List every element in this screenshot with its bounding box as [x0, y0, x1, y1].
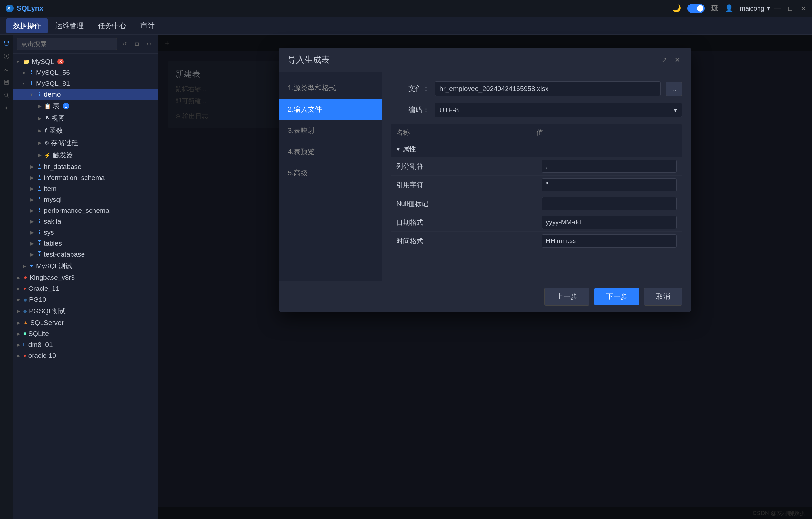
props-cell-date-name: 日期格式 — [391, 214, 536, 231]
collapse-button[interactable]: ⊟ — [132, 39, 141, 49]
sidebar-icon-save[interactable] — [1, 77, 12, 88]
sidebar-icon-query[interactable] — [1, 64, 12, 75]
sidebar-icons — [0, 35, 13, 519]
tree-item-dm8[interactable]: ▶ □ dm8_01 — [13, 339, 157, 350]
tree-item-oracle19[interactable]: ▶ ● oracle 19 — [13, 350, 157, 361]
maximize-button[interactable]: □ — [787, 5, 794, 12]
tree-item-sys[interactable]: ▶ 🗄 sys — [13, 227, 157, 238]
props-row-delimiter: 列分割符 — [391, 157, 682, 176]
menu-audit[interactable]: 审计 — [134, 18, 161, 33]
content-area: + 新建表 鼠标右键... 即可新建... ⊙ 输出日志 导入生成表 ⤢ ✕ — [158, 35, 812, 519]
null-marker-input[interactable] — [542, 197, 677, 210]
minimize-button[interactable]: — — [774, 5, 781, 12]
tree-item-pgsql-test[interactable]: ▶ ◆ PGSQL测试 — [13, 305, 157, 317]
moon-icon[interactable]: 🌙 — [672, 4, 681, 12]
tree-item-sqlserver[interactable]: ▶ ▲ SQLServer — [13, 317, 157, 328]
modal-close-button[interactable]: ✕ — [672, 55, 682, 65]
time-format-input[interactable] — [542, 234, 677, 248]
sidebar-icon-search[interactable] — [1, 90, 12, 101]
app-logo: S SQLynx — [5, 4, 43, 13]
props-cell-time-name: 时间格式 — [391, 233, 536, 249]
date-format-input[interactable] — [542, 216, 677, 229]
col-value-header: 值 — [536, 128, 677, 137]
search-input[interactable] — [17, 38, 117, 50]
tree-item-functions-folder[interactable]: ▶ ƒ 函数 — [13, 125, 157, 137]
prev-step-button[interactable]: 上一步 — [544, 288, 589, 306]
menubar: 数据操作 运维管理 任务中心 审计 — [0, 17, 812, 35]
sidebar-icon-database[interactable] — [1, 38, 12, 49]
file-browse-button[interactable]: ... — [666, 82, 682, 96]
user-icon[interactable]: 👤 — [725, 4, 733, 12]
tree-item-mysql[interactable]: ▾ 📁 MySQL 3 — [13, 56, 157, 67]
tree-item-pg10[interactable]: ▶ ◆ PG10 — [13, 294, 157, 305]
next-step-button[interactable]: 下一步 — [594, 288, 639, 305]
close-button[interactable]: ✕ — [800, 5, 807, 12]
menu-task-center[interactable]: 任务中心 — [91, 18, 133, 33]
props-cell-null-value — [536, 194, 682, 213]
tree-item-test-database[interactable]: ▶ 🗄 test-database — [13, 249, 157, 260]
props-row-quote: 引用字符 — [391, 176, 682, 194]
tree-item-procedures-folder[interactable]: ▶ ⚙ 存储过程 — [13, 137, 157, 149]
properties-table: 名称 值 ▾ 属性 列分割符 — [391, 124, 682, 250]
user-menu[interactable]: maicong ▾ — [740, 4, 770, 12]
modal-footer: 上一步 下一步 取消 — [279, 281, 691, 312]
settings-button[interactable]: ⚙ — [144, 39, 154, 49]
props-row-time: 时间格式 — [391, 232, 682, 250]
refresh-button[interactable]: ↺ — [120, 39, 129, 49]
tree-item-kingbase[interactable]: ▶ ★ Kingbase_v8r3 — [13, 272, 157, 283]
props-row-date: 日期格式 — [391, 213, 682, 232]
delimiter-input[interactable] — [542, 160, 677, 173]
tree-item-mysql81[interactable]: ▾ 🗄 MySQL_81 — [13, 78, 157, 89]
modal-header: 导入生成表 ⤢ ✕ — [279, 48, 691, 72]
tree-item-mysql-test[interactable]: ▶ 🗄 MySQL测试 — [13, 260, 157, 272]
step-2[interactable]: 2.输入文件 — [279, 99, 381, 120]
tree-item-tables-folder[interactable]: ▶ 📋 表 1 — [13, 100, 157, 112]
tree-item-hr-database[interactable]: ▶ 🗄 hr_database — [13, 161, 157, 172]
tree-item-sqlite[interactable]: ▶ ■ SQLite — [13, 328, 157, 339]
sidebar-icon-history[interactable] — [1, 51, 12, 62]
tree-item-performance-schema[interactable]: ▶ 🗄 performance_schema — [13, 205, 157, 216]
tree-item-oracle11[interactable]: ▶ ● Oracle_11 — [13, 283, 157, 294]
encoding-select[interactable]: UTF-8 ▾ — [435, 103, 682, 117]
step-1[interactable]: 1.源类型和格式 — [279, 77, 381, 99]
window-controls: — □ ✕ — [774, 5, 807, 12]
tree-item-mysql56[interactable]: ▶ 🗄 MySQL_56 — [13, 67, 157, 78]
props-cell-quote-name: 引用字符 — [391, 176, 536, 193]
logo-icon: S — [5, 4, 14, 13]
menu-data-operations[interactable]: 数据操作 — [6, 18, 48, 33]
steps-panel: 1.源类型和格式 2.输入文件 3.表映射 4.表预览 5.高级 — [279, 72, 382, 281]
form-panel: 文件： hr_employee_20240424165958.xlsx ... … — [382, 72, 691, 281]
encoding-dropdown-arrow: ▾ — [674, 106, 677, 114]
file-label: 文件： — [391, 84, 430, 93]
tree-content: ▾ 📁 MySQL 3 ▶ 🗄 MySQL_56 ▾ 🗄 MySQL_81 ▾ … — [13, 54, 157, 519]
image-icon[interactable]: 🖼 — [711, 4, 718, 12]
step-4[interactable]: 4.表预览 — [279, 141, 381, 162]
tree-item-triggers-folder[interactable]: ▶ ⚡ 触发器 — [13, 149, 157, 161]
menu-ops-management[interactable]: 运维管理 — [49, 18, 90, 33]
header-controls: 🌙 🖼 👤 maicong ▾ — [672, 4, 770, 13]
tree-item-demo[interactable]: ▾ 🗄 demo — [13, 89, 157, 100]
tree-item-information-schema[interactable]: ▶ 🗄 information_schema — [13, 172, 157, 183]
tree-panel: ↺ ⊟ ⚙ ▾ 📁 MySQL 3 ▶ 🗄 MySQL_56 ▾ 🗄 MySQ — [13, 35, 158, 519]
props-section-attributes: ▾ 属性 — [391, 141, 682, 157]
quote-input[interactable] — [542, 178, 677, 191]
tree-item-mysql-db[interactable]: ▶ 🗄 mysql — [13, 194, 157, 205]
file-row: 文件： hr_employee_20240424165958.xlsx ... — [391, 81, 682, 96]
step-5[interactable]: 5.高级 — [279, 162, 381, 184]
svg-line-9 — [7, 96, 9, 97]
encoding-value: UTF-8 — [439, 106, 459, 114]
file-input[interactable]: hr_employee_20240424165958.xlsx — [435, 81, 661, 96]
modal-overlay: 导入生成表 ⤢ ✕ 1.源类型和格式 2.输入文件 3.表映射 4.表预览 5.… — [158, 35, 812, 519]
svg-rect-7 — [5, 83, 8, 84]
tree-item-tables[interactable]: ▶ 🗄 tables — [13, 238, 157, 249]
sidebar-icon-chevron[interactable] — [1, 103, 12, 113]
modal-expand-button[interactable]: ⤢ — [660, 55, 669, 65]
theme-toggle[interactable] — [687, 4, 705, 13]
props-cell-delimiter-name: 列分割符 — [391, 158, 536, 175]
tree-item-sakila[interactable]: ▶ 🗄 sakila — [13, 216, 157, 227]
tree-item-item[interactable]: ▶ 🗄 item — [13, 183, 157, 194]
cancel-button[interactable]: 取消 — [644, 288, 682, 306]
tree-item-views-folder[interactable]: ▶ 👁 视图 — [13, 112, 157, 125]
step-3[interactable]: 3.表映射 — [279, 120, 381, 141]
props-cell-quote-value — [536, 176, 682, 194]
